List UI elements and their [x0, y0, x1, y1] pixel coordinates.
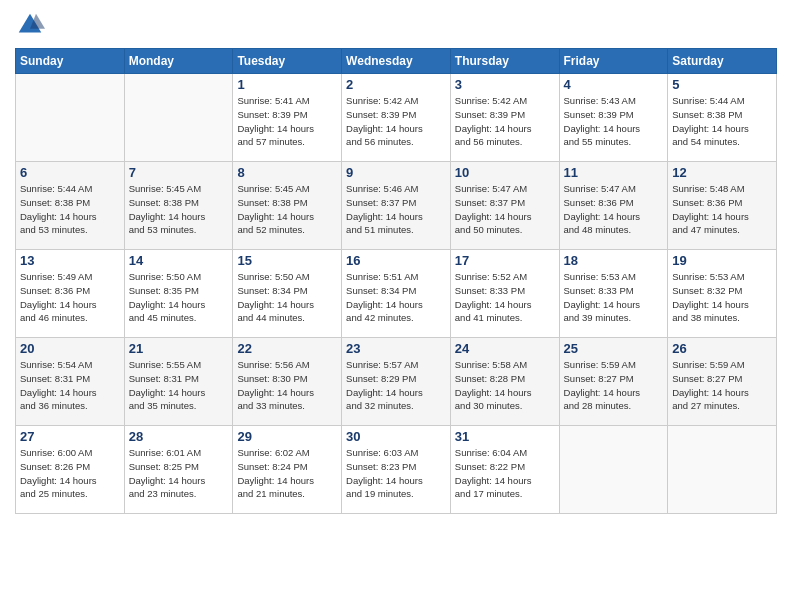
calendar-cell: 15Sunrise: 5:50 AM Sunset: 8:34 PM Dayli… — [233, 250, 342, 338]
day-number: 12 — [672, 165, 772, 180]
day-info: Sunrise: 6:00 AM Sunset: 8:26 PM Dayligh… — [20, 446, 120, 501]
day-number: 31 — [455, 429, 555, 444]
day-number: 18 — [564, 253, 664, 268]
day-info: Sunrise: 5:49 AM Sunset: 8:36 PM Dayligh… — [20, 270, 120, 325]
day-number: 19 — [672, 253, 772, 268]
calendar-header-monday: Monday — [124, 49, 233, 74]
calendar-header-thursday: Thursday — [450, 49, 559, 74]
calendar-cell: 27Sunrise: 6:00 AM Sunset: 8:26 PM Dayli… — [16, 426, 125, 514]
calendar-cell: 2Sunrise: 5:42 AM Sunset: 8:39 PM Daylig… — [342, 74, 451, 162]
calendar-cell: 7Sunrise: 5:45 AM Sunset: 8:38 PM Daylig… — [124, 162, 233, 250]
day-info: Sunrise: 5:56 AM Sunset: 8:30 PM Dayligh… — [237, 358, 337, 413]
day-info: Sunrise: 5:43 AM Sunset: 8:39 PM Dayligh… — [564, 94, 664, 149]
day-info: Sunrise: 5:48 AM Sunset: 8:36 PM Dayligh… — [672, 182, 772, 237]
calendar-cell: 26Sunrise: 5:59 AM Sunset: 8:27 PM Dayli… — [668, 338, 777, 426]
day-info: Sunrise: 5:53 AM Sunset: 8:32 PM Dayligh… — [672, 270, 772, 325]
calendar-week-row: 13Sunrise: 5:49 AM Sunset: 8:36 PM Dayli… — [16, 250, 777, 338]
calendar-week-row: 1Sunrise: 5:41 AM Sunset: 8:39 PM Daylig… — [16, 74, 777, 162]
calendar-cell: 5Sunrise: 5:44 AM Sunset: 8:38 PM Daylig… — [668, 74, 777, 162]
calendar-cell: 3Sunrise: 5:42 AM Sunset: 8:39 PM Daylig… — [450, 74, 559, 162]
header — [15, 10, 777, 40]
day-number: 4 — [564, 77, 664, 92]
day-info: Sunrise: 5:45 AM Sunset: 8:38 PM Dayligh… — [129, 182, 229, 237]
day-info: Sunrise: 5:47 AM Sunset: 8:37 PM Dayligh… — [455, 182, 555, 237]
calendar-header-friday: Friday — [559, 49, 668, 74]
day-number: 7 — [129, 165, 229, 180]
day-info: Sunrise: 6:02 AM Sunset: 8:24 PM Dayligh… — [237, 446, 337, 501]
calendar-cell: 20Sunrise: 5:54 AM Sunset: 8:31 PM Dayli… — [16, 338, 125, 426]
day-info: Sunrise: 6:01 AM Sunset: 8:25 PM Dayligh… — [129, 446, 229, 501]
day-info: Sunrise: 5:45 AM Sunset: 8:38 PM Dayligh… — [237, 182, 337, 237]
day-info: Sunrise: 5:41 AM Sunset: 8:39 PM Dayligh… — [237, 94, 337, 149]
day-number: 9 — [346, 165, 446, 180]
calendar-cell: 28Sunrise: 6:01 AM Sunset: 8:25 PM Dayli… — [124, 426, 233, 514]
day-info: Sunrise: 5:59 AM Sunset: 8:27 PM Dayligh… — [672, 358, 772, 413]
day-info: Sunrise: 5:54 AM Sunset: 8:31 PM Dayligh… — [20, 358, 120, 413]
calendar-cell: 19Sunrise: 5:53 AM Sunset: 8:32 PM Dayli… — [668, 250, 777, 338]
calendar-cell: 18Sunrise: 5:53 AM Sunset: 8:33 PM Dayli… — [559, 250, 668, 338]
day-info: Sunrise: 5:55 AM Sunset: 8:31 PM Dayligh… — [129, 358, 229, 413]
calendar-week-row: 6Sunrise: 5:44 AM Sunset: 8:38 PM Daylig… — [16, 162, 777, 250]
day-number: 3 — [455, 77, 555, 92]
day-info: Sunrise: 5:50 AM Sunset: 8:34 PM Dayligh… — [237, 270, 337, 325]
day-info: Sunrise: 5:42 AM Sunset: 8:39 PM Dayligh… — [346, 94, 446, 149]
day-number: 25 — [564, 341, 664, 356]
calendar-header-wednesday: Wednesday — [342, 49, 451, 74]
calendar-cell — [559, 426, 668, 514]
calendar-cell: 13Sunrise: 5:49 AM Sunset: 8:36 PM Dayli… — [16, 250, 125, 338]
day-number: 27 — [20, 429, 120, 444]
calendar-header-tuesday: Tuesday — [233, 49, 342, 74]
calendar-cell: 25Sunrise: 5:59 AM Sunset: 8:27 PM Dayli… — [559, 338, 668, 426]
calendar-cell: 21Sunrise: 5:55 AM Sunset: 8:31 PM Dayli… — [124, 338, 233, 426]
calendar-cell: 9Sunrise: 5:46 AM Sunset: 8:37 PM Daylig… — [342, 162, 451, 250]
day-info: Sunrise: 6:04 AM Sunset: 8:22 PM Dayligh… — [455, 446, 555, 501]
calendar-week-row: 27Sunrise: 6:00 AM Sunset: 8:26 PM Dayli… — [16, 426, 777, 514]
day-number: 28 — [129, 429, 229, 444]
logo — [15, 10, 49, 40]
calendar-cell — [124, 74, 233, 162]
day-info: Sunrise: 5:51 AM Sunset: 8:34 PM Dayligh… — [346, 270, 446, 325]
day-info: Sunrise: 5:52 AM Sunset: 8:33 PM Dayligh… — [455, 270, 555, 325]
calendar-header-sunday: Sunday — [16, 49, 125, 74]
day-number: 23 — [346, 341, 446, 356]
calendar-cell: 14Sunrise: 5:50 AM Sunset: 8:35 PM Dayli… — [124, 250, 233, 338]
calendar-cell: 10Sunrise: 5:47 AM Sunset: 8:37 PM Dayli… — [450, 162, 559, 250]
day-number: 6 — [20, 165, 120, 180]
day-number: 5 — [672, 77, 772, 92]
day-number: 16 — [346, 253, 446, 268]
calendar-header-row: SundayMondayTuesdayWednesdayThursdayFrid… — [16, 49, 777, 74]
day-number: 13 — [20, 253, 120, 268]
calendar-cell: 12Sunrise: 5:48 AM Sunset: 8:36 PM Dayli… — [668, 162, 777, 250]
day-info: Sunrise: 5:50 AM Sunset: 8:35 PM Dayligh… — [129, 270, 229, 325]
day-number: 10 — [455, 165, 555, 180]
calendar-cell: 31Sunrise: 6:04 AM Sunset: 8:22 PM Dayli… — [450, 426, 559, 514]
day-number: 1 — [237, 77, 337, 92]
day-info: Sunrise: 5:53 AM Sunset: 8:33 PM Dayligh… — [564, 270, 664, 325]
day-number: 11 — [564, 165, 664, 180]
logo-icon — [15, 10, 45, 40]
day-number: 14 — [129, 253, 229, 268]
day-number: 24 — [455, 341, 555, 356]
calendar-table: SundayMondayTuesdayWednesdayThursdayFrid… — [15, 48, 777, 514]
day-number: 8 — [237, 165, 337, 180]
calendar-week-row: 20Sunrise: 5:54 AM Sunset: 8:31 PM Dayli… — [16, 338, 777, 426]
day-info: Sunrise: 5:47 AM Sunset: 8:36 PM Dayligh… — [564, 182, 664, 237]
day-number: 20 — [20, 341, 120, 356]
calendar-cell: 8Sunrise: 5:45 AM Sunset: 8:38 PM Daylig… — [233, 162, 342, 250]
calendar-cell — [668, 426, 777, 514]
calendar-cell: 11Sunrise: 5:47 AM Sunset: 8:36 PM Dayli… — [559, 162, 668, 250]
day-number: 29 — [237, 429, 337, 444]
day-info: Sunrise: 5:42 AM Sunset: 8:39 PM Dayligh… — [455, 94, 555, 149]
calendar-cell: 23Sunrise: 5:57 AM Sunset: 8:29 PM Dayli… — [342, 338, 451, 426]
calendar-cell — [16, 74, 125, 162]
calendar-cell: 24Sunrise: 5:58 AM Sunset: 8:28 PM Dayli… — [450, 338, 559, 426]
day-info: Sunrise: 5:57 AM Sunset: 8:29 PM Dayligh… — [346, 358, 446, 413]
calendar-cell: 16Sunrise: 5:51 AM Sunset: 8:34 PM Dayli… — [342, 250, 451, 338]
calendar-cell: 1Sunrise: 5:41 AM Sunset: 8:39 PM Daylig… — [233, 74, 342, 162]
day-number: 17 — [455, 253, 555, 268]
day-number: 26 — [672, 341, 772, 356]
calendar-cell: 17Sunrise: 5:52 AM Sunset: 8:33 PM Dayli… — [450, 250, 559, 338]
day-info: Sunrise: 5:58 AM Sunset: 8:28 PM Dayligh… — [455, 358, 555, 413]
day-number: 22 — [237, 341, 337, 356]
calendar-cell: 6Sunrise: 5:44 AM Sunset: 8:38 PM Daylig… — [16, 162, 125, 250]
